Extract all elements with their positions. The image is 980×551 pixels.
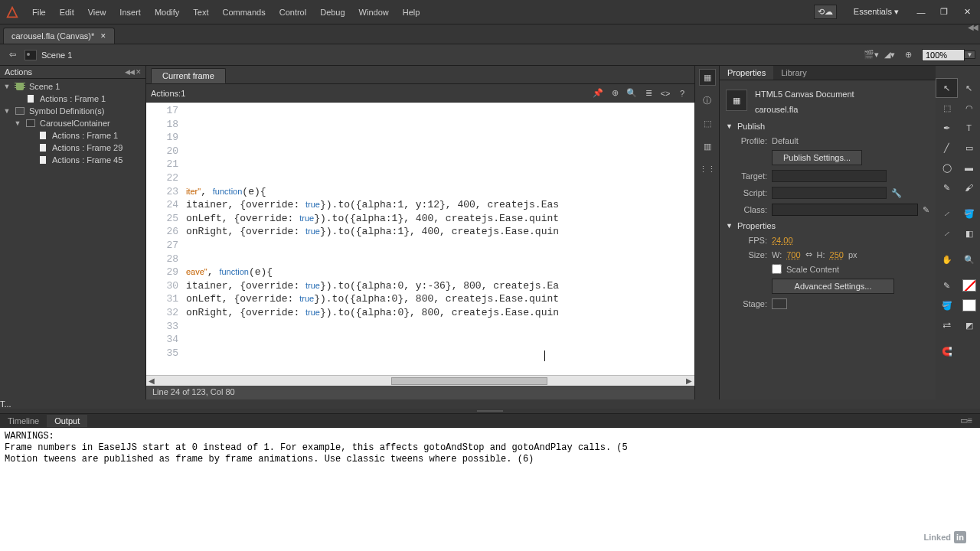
file-tab-bar: carousel.fla (Canvas)* ✕ ◀◀	[0, 24, 980, 44]
output-console[interactable]: WARNINGS: Frame numbers in EaselJS start…	[0, 428, 980, 551]
format-icon[interactable]: ≣	[641, 86, 656, 100]
fps-value[interactable]: 24.00	[772, 236, 793, 245]
info-icon[interactable]: ⓘ	[699, 92, 716, 109]
line-tool[interactable]: ╱	[936, 138, 958, 158]
scroll-right-icon[interactable]: ▶	[684, 376, 694, 386]
tree-frame-action[interactable]: Actions : Frame 45	[0, 154, 145, 166]
lasso-tool[interactable]: ◠	[958, 98, 980, 118]
edit-scene-icon[interactable]: 🎬▾	[864, 47, 879, 63]
h-scrollbar[interactable]: ◀ ▶	[146, 375, 694, 386]
height-value[interactable]: 250	[830, 250, 844, 259]
menu-insert[interactable]: Insert	[113, 5, 147, 20]
eyedropper-tool[interactable]: ⟋	[936, 223, 958, 243]
menu-text[interactable]: Text	[187, 5, 214, 20]
width-value[interactable]: 700	[786, 250, 800, 259]
stage-color-swatch[interactable]	[772, 298, 787, 309]
code-editor[interactable]: 17181920212223242526272829303132333435 ⊟…	[146, 103, 694, 375]
collapse-icon[interactable]: ◀◀	[968, 23, 977, 31]
edit-symbols-icon[interactable]: ◢▾	[882, 47, 897, 63]
default-colors-icon[interactable]: ◩	[958, 315, 980, 335]
window-minimize[interactable]: —	[913, 6, 929, 18]
scroll-left-icon[interactable]: ◀	[146, 376, 157, 386]
stroke-color[interactable]: ✎	[936, 276, 958, 295]
tab-output[interactable]: Output	[47, 415, 87, 427]
menu-control[interactable]: Control	[273, 5, 312, 20]
menu-commands[interactable]: Commands	[216, 5, 271, 20]
pencil-tool[interactable]: ✎	[936, 178, 958, 197]
bone-tool[interactable]: ⟋	[936, 204, 958, 223]
fill-swatch[interactable]	[962, 299, 976, 311]
snippets-icon[interactable]: <>	[658, 86, 673, 100]
tab-properties[interactable]: Properties	[720, 66, 773, 80]
menu-edit[interactable]: Edit	[54, 5, 80, 20]
pen-tool[interactable]: ✒	[936, 118, 958, 138]
menu-help[interactable]: Help	[397, 5, 426, 20]
snap-icon[interactable]: 🧲	[936, 341, 958, 361]
scene-breadcrumb[interactable]: Scene 1	[24, 50, 72, 60]
back-icon[interactable]: ⇦	[5, 47, 20, 63]
code-area[interactable]: ⊟iter", function(e){ itainer, {override:…	[186, 103, 694, 375]
tree-scene[interactable]: ▼Scene 1	[0, 80, 145, 93]
text-tool[interactable]: T	[958, 118, 980, 138]
target-select[interactable]	[772, 170, 887, 182]
properties-section[interactable]: ▼Properties	[726, 218, 929, 233]
swap-colors-icon[interactable]: ⮂	[936, 315, 958, 335]
tree-frame-action[interactable]: Actions : Frame 29	[0, 142, 145, 154]
center-stage-icon[interactable]: ⊕	[900, 47, 916, 63]
insert-path-icon[interactable]: ⊕	[607, 86, 622, 100]
fill-color[interactable]: 🪣	[936, 295, 958, 315]
tools-tab-label[interactable]: T...	[0, 399, 980, 409]
oval-tool[interactable]: ◯	[936, 158, 958, 178]
polystar-tool[interactable]: ▬	[958, 158, 980, 178]
stroke-swatch[interactable]	[962, 279, 976, 292]
tab-library[interactable]: Library	[773, 66, 815, 80]
hand-tool[interactable]: ✋	[936, 249, 958, 269]
swatches-icon[interactable]: ▥	[699, 138, 716, 155]
align-icon[interactable]: ▦	[699, 69, 716, 86]
window-restore[interactable]: ❐	[936, 6, 952, 18]
link-icon[interactable]: ⇔	[805, 249, 812, 259]
menu-modify[interactable]: Modify	[149, 5, 185, 20]
script-select[interactable]	[772, 187, 887, 199]
zoom-input[interactable]: 100%	[922, 49, 965, 61]
selection-tool[interactable]: ↖	[936, 78, 958, 98]
tree-frame-action[interactable]: Actions : Frame 1	[0, 93, 145, 105]
free-transform-tool[interactable]: ⬚	[936, 98, 958, 118]
tab-timeline[interactable]: Timeline	[0, 415, 47, 427]
advanced-settings-button[interactable]: Advanced Settings...	[772, 279, 894, 294]
transform-icon[interactable]: ⬚	[699, 115, 716, 132]
sync-icon[interactable]: ⟲☁	[814, 5, 837, 19]
eraser-tool[interactable]: ◧	[958, 223, 980, 243]
scale-content-checkbox[interactable]	[772, 264, 782, 274]
window-close[interactable]: ✕	[959, 6, 975, 18]
wrench-icon[interactable]: 🔧	[891, 188, 902, 198]
brush-tool[interactable]: 🖌	[958, 178, 980, 197]
tree-frame-action[interactable]: Actions : Frame 1	[0, 129, 145, 142]
scroll-thumb[interactable]	[391, 377, 547, 385]
tree-container[interactable]: ▼CarouselContainer	[0, 117, 145, 129]
tree-symbol-defs[interactable]: ▼Symbol Definition(s)	[0, 105, 145, 117]
zoom-dropdown[interactable]: ▼	[965, 51, 975, 59]
components-icon[interactable]: ⋮⋮	[699, 161, 716, 178]
zoom-tool[interactable]: 🔍	[958, 249, 980, 269]
panel-menu-icon[interactable]: ◀◀ ✕	[125, 68, 141, 76]
menu-view[interactable]: View	[82, 5, 113, 20]
rectangle-tool[interactable]: ▭	[958, 138, 980, 158]
pin-icon[interactable]: 📌	[590, 86, 606, 100]
help-icon[interactable]: ?	[675, 86, 690, 100]
menu-file[interactable]: File	[26, 5, 52, 20]
workspace-switcher[interactable]: Essentials ▾	[846, 5, 906, 18]
publish-section[interactable]: ▼Publish	[726, 119, 929, 134]
menu-window[interactable]: Window	[353, 5, 395, 20]
paint-bucket-tool[interactable]: 🪣	[958, 204, 980, 223]
class-input[interactable]	[772, 204, 918, 216]
panel-menu-icon[interactable]: ▭≡	[952, 414, 980, 427]
find-icon[interactable]: 🔍	[624, 86, 639, 100]
current-frame-tab[interactable]: Current frame	[151, 68, 226, 83]
menu-debug[interactable]: Debug	[314, 5, 351, 20]
subselect-tool[interactable]: ↖	[958, 78, 980, 98]
publish-settings-button[interactable]: Publish Settings...	[772, 150, 862, 165]
close-icon[interactable]: ✕	[100, 32, 106, 40]
edit-class-icon[interactable]: ✎	[923, 205, 929, 215]
file-tab[interactable]: carousel.fla (Canvas)* ✕	[3, 28, 115, 44]
